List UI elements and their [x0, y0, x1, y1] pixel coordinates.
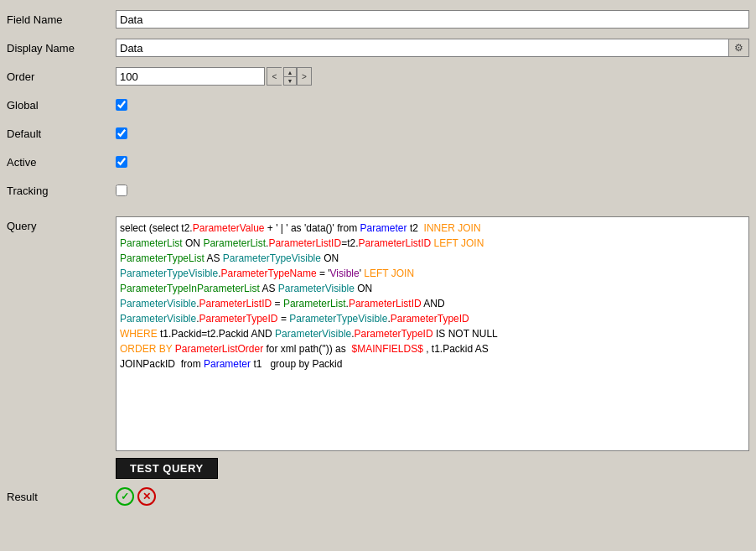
global-checkbox[interactable] — [116, 99, 127, 111]
global-row: Global — [7, 94, 749, 116]
result-row: Result ✓ ✕ — [7, 487, 749, 506]
tracking-label: Tracking — [7, 185, 116, 197]
default-row: Default — [7, 122, 749, 144]
tracking-checkbox[interactable] — [116, 185, 127, 196]
display-name-label: Display Name — [7, 42, 116, 55]
down-icon: ▼ — [287, 78, 293, 84]
active-checkbox[interactable] — [116, 156, 127, 168]
spacer — [7, 208, 749, 216]
display-name-row: Display Name ⚙ — [7, 37, 749, 59]
test-query-button[interactable]: TEST QUERY — [116, 458, 218, 479]
query-text: select (select t2.ParameterValue + ' | '… — [120, 221, 745, 372]
default-checkbox[interactable] — [116, 127, 127, 139]
display-name-control: ⚙ — [116, 39, 749, 57]
cross-icon: ✕ — [142, 491, 151, 502]
spinner-down-button[interactable]: ▼ — [283, 76, 297, 86]
order-control: < ▲ ▼ > — [116, 67, 749, 86]
active-row: Active — [7, 151, 749, 173]
query-row: Query select (select t2.ParameterValue +… — [7, 216, 749, 451]
order-row: Order < ▲ ▼ — [7, 65, 749, 87]
tracking-control — [116, 185, 749, 196]
check-icon: ✓ — [121, 491, 129, 502]
gear-icon: ⚙ — [734, 42, 743, 54]
active-control — [116, 156, 749, 168]
result-label: Result — [7, 491, 116, 503]
spinner-wrap: ▲ ▼ — [283, 67, 297, 86]
default-label: Default — [7, 127, 116, 140]
main-container: Field Name Display Name ⚙ Order < — [0, 0, 756, 551]
next-button[interactable]: > — [297, 67, 312, 86]
result-icons: ✓ ✕ — [116, 487, 156, 506]
next-icon: > — [302, 72, 307, 81]
field-name-row: Field Name — [7, 8, 749, 30]
tracking-row: Tracking — [7, 179, 749, 201]
global-control — [116, 99, 749, 111]
spinner-up-button[interactable]: ▲ — [283, 67, 297, 76]
order-input[interactable] — [116, 67, 265, 86]
nav-buttons: < ▲ ▼ > — [267, 67, 312, 86]
gear-button[interactable]: ⚙ — [729, 39, 749, 57]
order-wrap: < ▲ ▼ > — [116, 67, 312, 86]
query-editor[interactable]: select (select t2.ParameterValue + ' | '… — [116, 216, 749, 451]
result-success-icon[interactable]: ✓ — [116, 487, 134, 506]
prev-icon: < — [272, 72, 277, 81]
field-name-label: Field Name — [7, 13, 116, 26]
active-label: Active — [7, 156, 116, 169]
display-name-wrap: ⚙ — [116, 39, 749, 57]
result-error-icon[interactable]: ✕ — [137, 487, 156, 506]
field-name-control — [116, 10, 749, 29]
display-name-input[interactable] — [116, 39, 729, 57]
up-icon: ▲ — [287, 70, 293, 75]
prev-button[interactable]: < — [267, 67, 282, 86]
field-name-input[interactable] — [116, 10, 749, 29]
default-control — [116, 127, 749, 139]
query-label: Query — [7, 216, 116, 232]
global-label: Global — [7, 99, 116, 112]
order-label: Order — [7, 70, 116, 83]
